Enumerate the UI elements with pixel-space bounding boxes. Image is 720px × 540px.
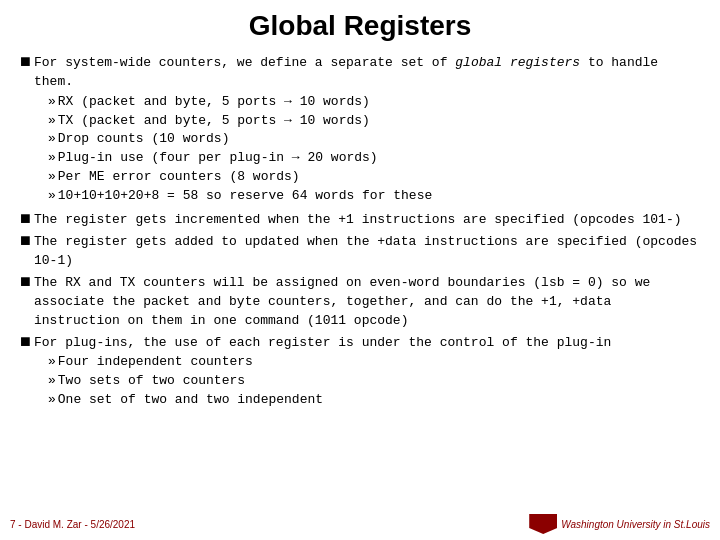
sub-bullet-5-3: » One set of two and two independent: [48, 391, 700, 410]
bullet-item-3: ■ The register gets added to updated whe…: [20, 233, 700, 271]
bullet2-span: The register gets incremented when the +…: [34, 212, 682, 227]
sub-bullet-1-3: » Drop counts (10 words): [48, 130, 700, 149]
sub-bullet-marker-5-3: »: [48, 391, 56, 410]
sub-bullet-text-1-2: TX (packet and byte, 5 ports → 10 words): [58, 112, 700, 131]
sub-bullet-marker-5-2: »: [48, 372, 56, 391]
sub-bullet-1-6: » 10+10+10+20+8 = 58 so reserve 64 words…: [48, 187, 700, 206]
bullet-marker-3: ■: [20, 231, 34, 253]
sub-bullet-text-5-3: One set of two and two independent: [58, 391, 700, 410]
slide-content: ■ For system-wide counters, we define a …: [20, 54, 700, 510]
sub-bullet-marker-1-2: »: [48, 112, 56, 131]
footer-left-text: 7 - David M. Zar - 5/26/2021: [10, 519, 135, 530]
sub-bullet-text-5-2: Two sets of two counters: [58, 372, 700, 391]
footer-logo: Washington University in St.Louis: [529, 514, 710, 534]
sub-bullet-marker-1-4: »: [48, 149, 56, 168]
sub-bullet-5-1: » Four independent counters: [48, 353, 700, 372]
sub-bullet-marker-1-1: »: [48, 93, 56, 112]
bullet5-span: For plug-ins, the use of each register i…: [34, 335, 611, 350]
sub-bullet-1-1: » RX (packet and byte, 5 ports → 10 word…: [48, 93, 700, 112]
bullet-item-4: ■ The RX and TX counters will be assigne…: [20, 274, 700, 331]
sub-bullet-text-1-3: Drop counts (10 words): [58, 130, 700, 149]
sub-bullet-text-1-6: 10+10+10+20+8 = 58 so reserve 64 words f…: [58, 187, 700, 206]
bullet-marker-1: ■: [20, 52, 34, 74]
sub-bullet-1-2: » TX (packet and byte, 5 ports → 10 word…: [48, 112, 700, 131]
bullet-text-2: The register gets incremented when the +…: [34, 211, 700, 230]
sub-bullet-text-1-4: Plug-in use (four per plug-in → 20 words…: [58, 149, 700, 168]
bullet-text-4: The RX and TX counters will be assigned …: [34, 274, 700, 331]
sub-bullet-marker-1-3: »: [48, 130, 56, 149]
sub-bullet-1-4: » Plug-in use (four per plug-in → 20 wor…: [48, 149, 700, 168]
sub-bullet-text-1-1: RX (packet and byte, 5 ports → 10 words): [58, 93, 700, 112]
bullet1-sub-bullets: » RX (packet and byte, 5 ports → 10 word…: [48, 93, 700, 206]
sub-bullet-1-5: » Per ME error counters (8 words): [48, 168, 700, 187]
sub-bullet-marker-5-1: »: [48, 353, 56, 372]
sub-bullet-5-2: » Two sets of two counters: [48, 372, 700, 391]
bullet-marker-4: ■: [20, 272, 34, 294]
sub-bullet-text-5-1: Four independent counters: [58, 353, 700, 372]
bullet1-italic: global registers: [455, 55, 580, 70]
sub-bullet-marker-1-5: »: [48, 168, 56, 187]
bullet3-span: The register gets added to updated when …: [34, 234, 697, 268]
footer-right-text: Washington University in St.Louis: [561, 519, 710, 530]
bullet-item-5: ■ For plug-ins, the use of each register…: [20, 334, 700, 412]
bullet1-text-before: For system-wide counters, we define a se…: [34, 55, 455, 70]
bullet5-sub-bullets: » Four independent counters » Two sets o…: [48, 353, 700, 410]
slide-title: Global Registers: [20, 10, 700, 46]
wustl-shield-icon: [529, 514, 557, 534]
sub-bullet-marker-1-6: »: [48, 187, 56, 206]
slide: Global Registers ■ For system-wide count…: [0, 0, 720, 540]
bullet-text-3: The register gets added to updated when …: [34, 233, 700, 271]
sub-bullet-text-1-5: Per ME error counters (8 words): [58, 168, 700, 187]
bullet-text-5: For plug-ins, the use of each register i…: [34, 334, 700, 412]
bullet4-span: The RX and TX counters will be assigned …: [34, 275, 650, 328]
bullet-marker-5: ■: [20, 332, 34, 354]
bullet-item-1: ■ For system-wide counters, we define a …: [20, 54, 700, 208]
bullet-marker-2: ■: [20, 209, 34, 231]
footer: 7 - David M. Zar - 5/26/2021 Washington …: [10, 514, 710, 534]
bullet-text-1: For system-wide counters, we define a se…: [34, 54, 700, 208]
bullet-item-2: ■ The register gets incremented when the…: [20, 211, 700, 231]
